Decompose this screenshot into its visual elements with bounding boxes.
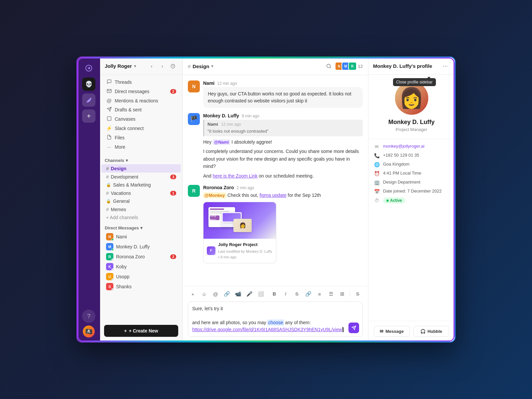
monkey-mention[interactable]: @Monkey: [203, 193, 226, 198]
sidebar-item-files[interactable]: Files: [101, 133, 181, 142]
dm-zoro[interactable]: R Roronoa Zoro 2: [101, 252, 181, 262]
dm-luffy[interactable]: M Monkey D. Luffy: [101, 242, 181, 252]
sidebar-item-more[interactable]: ··· More: [101, 142, 181, 151]
dm-shanks[interactable]: S Shanks: [101, 282, 181, 292]
snippet-button[interactable]: ⬜: [256, 289, 266, 299]
unordered-list-button[interactable]: ☰: [326, 289, 336, 299]
input-link[interactable]: https://drive.google.com/file/d/1Kr6I1A6…: [192, 327, 342, 332]
sidebar-item-drafts[interactable]: Drafts & sent: [101, 105, 181, 114]
lock-icon: 🔒: [106, 199, 111, 203]
zoro-status: [111, 258, 114, 261]
figma-card[interactable]: Going Merry 👩: [203, 202, 276, 263]
video-button[interactable]: 📹: [233, 289, 243, 299]
koby-avatar: K: [106, 263, 113, 270]
forward-button[interactable]: ›: [158, 62, 167, 71]
message-input[interactable]: Sure, let's try it and here are all phot…: [192, 305, 358, 333]
message-zoro: R Roronoa Zoro 2 min ago @Monkey Check t…: [188, 185, 363, 263]
nami-text: Hey guys, our CTA button works not so go…: [208, 91, 351, 103]
workspace-name[interactable]: Jolly Roger ▾: [105, 63, 136, 69]
channel-hash-icon: #: [106, 174, 109, 180]
home-icon[interactable]: [82, 62, 95, 75]
vacations-label: Vacations: [111, 191, 131, 196]
icon-rail: 💀 + ? 🏴‍☠️: [77, 58, 100, 341]
profile-time-row: ⏰ 4:41 PM Local Time: [374, 171, 449, 176]
luffy-msg-avatar: 🏴: [188, 113, 200, 125]
profile-email[interactable]: monkey@jollyroger.ai: [383, 144, 424, 149]
channel-design[interactable]: # Design: [101, 164, 181, 173]
luffy-dm-label: Monkey D. Luffy: [116, 244, 150, 249]
profile-location-row: 🌐 Goa Kingdom: [374, 162, 449, 167]
strikethrough-button[interactable]: S: [292, 289, 302, 299]
dm-section-header[interactable]: Direct Messages ▾: [100, 221, 182, 232]
shanks-avatar: S: [106, 283, 113, 290]
create-new-button[interactable]: + + Create New: [104, 325, 178, 337]
hubble-action-button[interactable]: 🎧 Hubble: [413, 326, 450, 337]
hyperlink-button[interactable]: 🔗: [303, 289, 313, 299]
zoro-para1: @Monkey Check this out, figma update for…: [203, 192, 363, 199]
message-action-icon: ✉: [380, 329, 383, 334]
emoji-button[interactable]: ☺: [199, 289, 209, 299]
dm-nav-label: Direct messages: [115, 89, 149, 94]
help-icon[interactable]: ?: [82, 310, 95, 323]
dm-koby[interactable]: K Koby: [101, 262, 181, 272]
add-button[interactable]: +: [188, 289, 198, 299]
member-avatar-3: R: [348, 62, 357, 70]
sidebar-item-threads[interactable]: Threads: [101, 77, 181, 87]
dm-badge: 2: [170, 89, 176, 94]
channel-title[interactable]: # Design ▾: [188, 64, 213, 69]
sidebar-item-slack-connect[interactable]: ⚡ Slack connect: [101, 124, 181, 133]
add-workspace-icon[interactable]: +: [82, 109, 95, 123]
toolbar-divider: [350, 291, 350, 297]
bold-button[interactable]: B: [269, 289, 279, 299]
zoro-avatar: R: [106, 253, 113, 260]
svg-line-6: [330, 67, 331, 68]
send-button[interactable]: [348, 323, 359, 333]
nami-msg-header: Nami 12 min ago: [203, 80, 363, 86]
nami-avatar: N: [106, 233, 113, 240]
slack-connect-icon: ⚡: [106, 125, 112, 131]
zoom-link[interactable]: here is the Zoom Link: [213, 173, 258, 179]
mentions-label: Mentions & reactions: [115, 98, 158, 103]
dm-nami[interactable]: N Nami: [101, 232, 181, 242]
phone-icon: 📞: [374, 153, 380, 158]
back-button[interactable]: ‹: [147, 62, 156, 71]
figma-update-link[interactable]: figma update: [259, 193, 286, 198]
svg-rect-4: [107, 117, 111, 120]
sidebar-item-mentions[interactable]: @ Mentions & reactions: [101, 96, 181, 105]
threads-icon: [106, 79, 112, 85]
audio-button[interactable]: 🎤: [244, 289, 254, 299]
second-workspace-icon[interactable]: [82, 93, 95, 107]
workspace-icon[interactable]: 💀: [82, 77, 95, 91]
user-avatar-rail[interactable]: 🏴‍☠️: [83, 326, 95, 337]
nami-mention[interactable]: @Nami: [213, 139, 230, 145]
strikethrough2-button[interactable]: S: [353, 289, 363, 299]
mention-button[interactable]: @: [210, 289, 220, 299]
history-button[interactable]: [168, 62, 178, 71]
message-action-button[interactable]: ✉ Message: [374, 326, 410, 337]
channels-section-header[interactable]: Channels ▾: [100, 154, 182, 164]
channel-sales-marketing[interactable]: 🔒 Sales & Marketing: [101, 181, 181, 189]
zoro-text: @Monkey Check this out, figma update for…: [203, 192, 363, 263]
dm-usopp[interactable]: U Usopp: [101, 272, 181, 282]
sidebar-item-direct-messages[interactable]: Direct messages 2: [101, 87, 181, 96]
zoro-check: Check this out,: [227, 193, 260, 198]
ordered-list-button[interactable]: ≡: [315, 289, 325, 299]
member-avatars[interactable]: N M R 12: [337, 62, 363, 70]
svg-point-5: [327, 64, 331, 68]
cursor: |: [342, 327, 344, 332]
channel-general[interactable]: 🔒 General: [101, 197, 181, 205]
channel-memes[interactable]: # Memes: [101, 205, 181, 213]
profile-more-button[interactable]: ⋯: [441, 62, 450, 71]
search-button[interactable]: [324, 61, 334, 71]
nami-status: [111, 238, 114, 241]
message-input-area[interactable]: Sure, let's try it and here are all phot…: [188, 302, 363, 337]
italic-button[interactable]: I: [281, 289, 291, 299]
channel-vacations[interactable]: # Vacations 1: [101, 189, 181, 197]
link-button[interactable]: 🔗: [222, 289, 232, 299]
sidebar-item-canvases[interactable]: Canvases: [101, 114, 181, 124]
add-channels-item[interactable]: + Add channels: [101, 213, 181, 221]
workspace-name-label: Jolly Roger: [105, 63, 132, 69]
channel-development[interactable]: # Development 3: [101, 173, 181, 181]
indent-button[interactable]: ⊞: [337, 289, 347, 299]
member-count: 12: [358, 64, 363, 69]
